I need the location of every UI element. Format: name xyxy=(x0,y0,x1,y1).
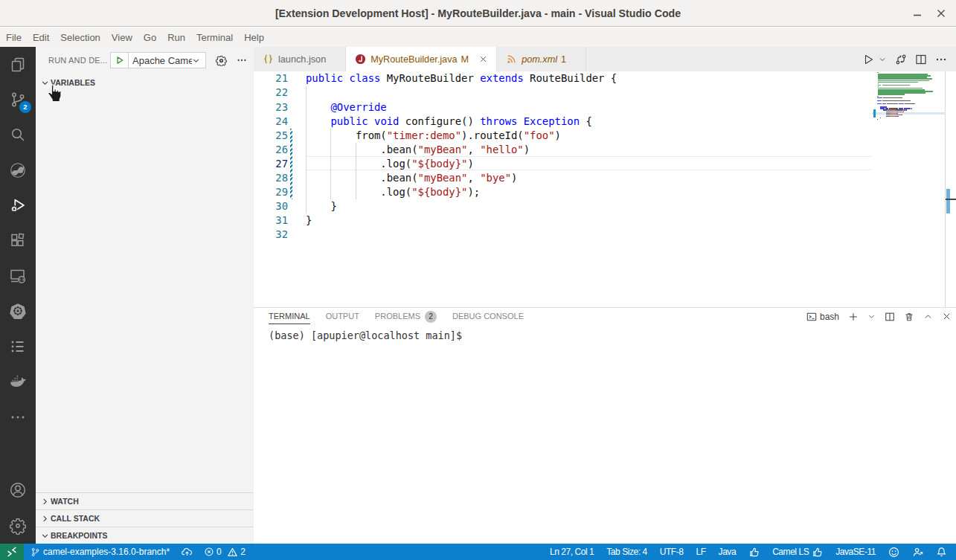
maximize-panel-button[interactable] xyxy=(923,312,933,321)
more-actions-button[interactable] xyxy=(935,54,947,65)
activity-docker[interactable] xyxy=(0,364,36,399)
activity-settings[interactable] xyxy=(0,508,36,544)
minimap-row xyxy=(882,100,911,101)
code-token: "timer:demo" xyxy=(387,129,461,141)
panel-tab-output[interactable]: OUTPUT xyxy=(326,308,359,325)
sync-changes-item[interactable] xyxy=(182,544,193,560)
section-breakpoints[interactable]: BREAKPOINTS xyxy=(36,527,254,544)
kill-terminal-button[interactable] xyxy=(904,312,914,322)
menu-help[interactable]: Help xyxy=(239,32,270,43)
minimap-row xyxy=(903,112,904,112)
open-changes-button[interactable] xyxy=(895,54,907,65)
activity-test-list[interactable] xyxy=(0,329,36,364)
activity-run-and-debug[interactable] xyxy=(0,188,36,223)
run-button[interactable] xyxy=(862,54,874,65)
panel-tab-label: TERMINAL xyxy=(269,308,310,325)
terminal-prompt[interactable]: (base) [apupier@localhost main]$ xyxy=(269,329,462,341)
title-bar: [Extension Development Host] - MyRouteBu… xyxy=(0,0,956,27)
tab-myroutebuilder-java[interactable]: MyRouteBuilder.javaM xyxy=(346,47,497,71)
remote-indicator[interactable] xyxy=(0,544,24,560)
minimize-button[interactable] xyxy=(907,0,928,27)
status-cursor-position[interactable]: Ln 27, Col 1 xyxy=(550,544,594,560)
activity-accounts[interactable] xyxy=(0,472,36,508)
code-token: configure() xyxy=(399,115,480,127)
tab-pom-xml[interactable]: pom.xml1 xyxy=(497,47,586,71)
line-number: 22 xyxy=(254,86,288,100)
status-tab-size[interactable]: Tab Size: 4 xyxy=(606,544,647,560)
minimap[interactable] xyxy=(872,71,946,307)
tab-close-icon[interactable] xyxy=(478,54,488,64)
status-language[interactable]: Java xyxy=(719,544,737,560)
activity-explorer[interactable] xyxy=(0,47,36,82)
menu-file[interactable]: File xyxy=(1,32,28,43)
code-lines: public class MyRouteBuilder extends Rout… xyxy=(306,71,617,242)
overview-modified-mark xyxy=(946,200,950,214)
minimap-current-line xyxy=(872,112,946,115)
status-label: LF xyxy=(696,547,705,557)
section-variables[interactable]: VARIABLES xyxy=(36,74,254,91)
tab-launch-json[interactable]: launch.json xyxy=(254,47,346,71)
activity-source-control[interactable]: 2 xyxy=(0,82,36,117)
more-actions-icon[interactable] xyxy=(237,55,247,65)
editor-gutter: 212223242526272829303132 xyxy=(254,71,288,242)
code-editor[interactable]: 212223242526272829303132 public class My… xyxy=(254,71,956,307)
menu-selection[interactable]: Selection xyxy=(55,32,106,43)
activity-extensions[interactable] xyxy=(0,223,36,258)
git-branch-item[interactable]: camel-examples-3.16.0-branch* xyxy=(31,544,170,560)
line-number: 30 xyxy=(254,199,288,213)
menu-go[interactable]: Go xyxy=(138,32,161,43)
status-remote-feedback[interactable] xyxy=(912,544,923,560)
status-camel-ls[interactable]: Camel LS xyxy=(772,544,823,560)
close-panel-button[interactable] xyxy=(942,312,952,321)
panel-tab-problems[interactable]: PROBLEMS2 xyxy=(375,308,437,325)
status-java-runtime[interactable]: JavaSE-11 xyxy=(835,544,876,560)
menu-run[interactable]: Run xyxy=(162,32,191,43)
error-icon xyxy=(205,547,214,556)
start-debug-button[interactable] xyxy=(111,53,129,68)
xml-file-icon xyxy=(506,54,517,65)
gear-icon[interactable] xyxy=(216,55,227,66)
code-token: ); xyxy=(467,186,480,198)
status-java-status[interactable] xyxy=(748,544,760,560)
tab-label: MyRouteBuilder.java xyxy=(370,54,457,65)
activity-remote-explorer[interactable] xyxy=(0,258,36,293)
code-token: ) xyxy=(511,172,517,184)
activity-more-views[interactable] xyxy=(0,399,36,434)
minimap-row xyxy=(877,119,878,120)
new-terminal-button[interactable] xyxy=(848,312,859,322)
code-token: void xyxy=(374,115,399,127)
activity-kubernetes[interactable] xyxy=(0,294,36,329)
warning-icon xyxy=(228,547,237,557)
panel-tab-debug-console[interactable]: DEBUG CONSOLE xyxy=(452,308,524,325)
panel-tab-terminal[interactable]: TERMINAL xyxy=(269,308,310,325)
section-watch[interactable]: WATCH xyxy=(36,492,254,509)
json-file-icon xyxy=(263,54,274,65)
status-feedback[interactable] xyxy=(888,544,899,560)
menu-edit[interactable]: Edit xyxy=(27,32,54,43)
debug-config-dropdown[interactable]: Apache Came xyxy=(110,52,206,68)
close-button[interactable] xyxy=(931,0,952,27)
status-encoding[interactable]: UTF-8 xyxy=(660,544,684,560)
run-dropdown-button[interactable] xyxy=(878,55,887,64)
code-token: @Override xyxy=(330,101,386,113)
code-token: ) xyxy=(467,158,473,170)
shell-selector[interactable]: bash xyxy=(806,312,839,322)
activity-search[interactable] xyxy=(0,118,36,152)
menu-terminal[interactable]: Terminal xyxy=(191,32,239,43)
terminal-dropdown-button[interactable] xyxy=(867,312,876,321)
minimap-row xyxy=(905,103,915,104)
editor-tabs: launch.json MyRouteBuilder.javaM pom.xml… xyxy=(254,47,956,71)
code-line-27: .log("${body}") xyxy=(306,157,617,171)
git-branch-label: camel-examples-3.16.0-branch* xyxy=(43,547,170,557)
activity-camel[interactable] xyxy=(0,152,36,187)
code-token: public xyxy=(330,115,368,127)
menu-view[interactable]: View xyxy=(106,32,138,43)
code-token: extends xyxy=(480,72,524,84)
status-notifications[interactable] xyxy=(936,544,947,560)
split-terminal-button[interactable] xyxy=(885,312,895,322)
status-label: Camel LS xyxy=(772,547,809,557)
problems-item[interactable]: 0 2 xyxy=(205,544,245,560)
split-editor-button[interactable] xyxy=(915,54,927,65)
section-call-stack[interactable]: CALL STACK xyxy=(36,509,254,527)
status-eol[interactable]: LF xyxy=(696,544,705,560)
